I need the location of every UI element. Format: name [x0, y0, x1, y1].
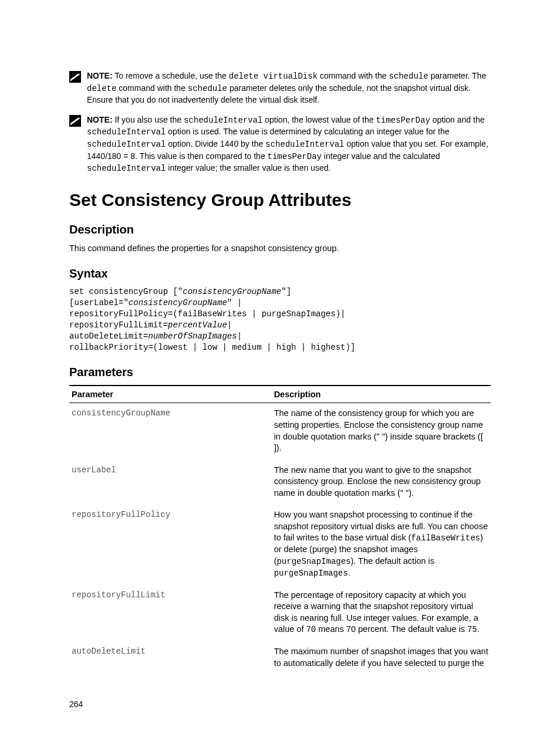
note-icon — [69, 115, 81, 127]
parameters-table: Parameter Description consistencyGroupNa… — [69, 385, 491, 675]
parameter-description: The name of the consistency group for wh… — [272, 403, 491, 460]
page: NOTE: To remove a schedule, use the dele… — [0, 0, 560, 744]
table-row: repositoryFullPolicyHow you want snapsho… — [69, 505, 491, 584]
note-text: NOTE: If you also use the scheduleInterv… — [87, 114, 491, 175]
note-text: NOTE: To remove a schedule, use the dele… — [87, 70, 491, 106]
parameter-description: The new name that you want to give to th… — [272, 460, 491, 505]
table-header-parameter: Parameter — [69, 385, 272, 403]
syntax-block: set consistencyGroup ["consistencyGroupN… — [69, 286, 491, 353]
table-header-description: Description — [272, 385, 491, 403]
syntax-heading: Syntax — [69, 267, 491, 280]
parameter-name: repositoryFullPolicy — [69, 505, 272, 584]
note-block: NOTE: If you also use the scheduleInterv… — [69, 114, 491, 175]
table-row: autoDeleteLimitThe maximum number of sna… — [69, 641, 491, 675]
parameter-description: The maximum number of snapshot images th… — [272, 641, 491, 675]
note-icon-wrap — [69, 70, 87, 85]
parameter-description: The percentage of repository capacity at… — [272, 585, 491, 642]
parameter-name: userLabel — [69, 460, 272, 505]
parameter-name: repositoryFullLimit — [69, 585, 272, 642]
parameters-heading: Parameters — [69, 366, 491, 379]
table-row: repositoryFullLimitThe percentage of rep… — [69, 585, 491, 642]
table-row: userLabelThe new name that you want to g… — [69, 460, 491, 505]
page-title: Set Consistency Group Attributes — [69, 190, 491, 210]
parameter-description: How you want snapshot processing to cont… — [272, 505, 491, 584]
note-icon-wrap — [69, 114, 87, 129]
note-block: NOTE: To remove a schedule, use the dele… — [69, 70, 491, 106]
parameter-name: consistencyGroupName — [69, 403, 272, 460]
table-row: consistencyGroupNameThe name of the cons… — [69, 403, 491, 460]
description-body: This command defines the properties for … — [69, 242, 491, 254]
parameter-name: autoDeleteLimit — [69, 641, 272, 675]
notes-container: NOTE: To remove a schedule, use the dele… — [69, 70, 491, 175]
description-heading: Description — [69, 223, 491, 236]
page-number: 264 — [69, 699, 83, 709]
note-icon — [69, 71, 81, 83]
